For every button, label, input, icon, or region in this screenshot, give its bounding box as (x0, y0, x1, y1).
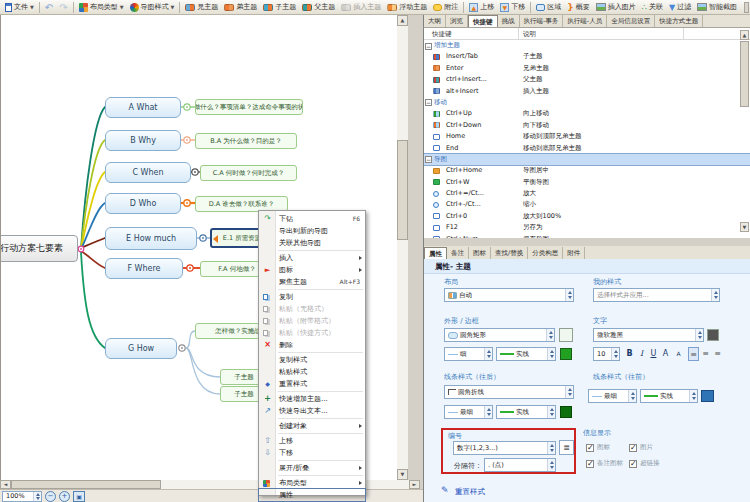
shortcut-row[interactable]: alt+Insert插入主题 (424, 86, 750, 97)
border-weight-combo[interactable]: 细 (444, 347, 493, 361)
tab-attachments[interactable]: 附件 (563, 247, 585, 259)
menu-item-delete[interactable]: ×删除 (259, 339, 365, 351)
layout-combo[interactable]: 自动 (444, 288, 574, 302)
checkbox-checked-icon[interactable] (586, 444, 594, 452)
menu-item-icons[interactable]: ►图标 (259, 264, 365, 276)
file-button[interactable]: 文件▼ (2, 1, 37, 14)
canvas-scroll-left-button[interactable]: ◄ (0, 480, 11, 489)
topic-d-who[interactable]: D Who (105, 193, 181, 214)
shortcut-group-move[interactable]: −移动 (424, 97, 750, 108)
checkbox-checked-icon[interactable] (586, 460, 594, 468)
bold-button[interactable]: B (624, 347, 635, 361)
align-left-button[interactable]: ≡ (688, 347, 699, 361)
shortcut-group-map-selected[interactable]: −导图 (424, 154, 750, 165)
menu-item-properties[interactable]: 属性 (259, 489, 365, 501)
map-style-button[interactable]: 导图样式▼ (127, 1, 178, 14)
font-size-spinner[interactable]: 10 (593, 347, 620, 361)
font-color-swatch[interactable] (707, 329, 719, 341)
tab-icons[interactable]: 图标 (469, 247, 491, 259)
redo-button[interactable]: ↷ (56, 1, 70, 14)
menu-item-paste-plain[interactable]: 粘贴（无格式） (259, 303, 365, 315)
shape-fill-swatch[interactable] (559, 328, 573, 342)
menu-item-paste-shortcut[interactable]: 粘贴（快捷方式） (259, 327, 365, 339)
check-note-icon[interactable]: 备注图标 (586, 459, 623, 468)
increase-font-button[interactable]: A (660, 347, 671, 361)
spin-down-icon[interactable] (36, 497, 40, 500)
floating-topic-button[interactable]: 浮动主题 (384, 1, 430, 14)
shortcut-row[interactable]: Insert/Tab子主题 (424, 51, 750, 62)
menu-item-paste-style[interactable]: 粘贴样式 (259, 366, 365, 378)
child-topic-button[interactable]: 子主题 (260, 1, 299, 14)
line-before-weight-combo[interactable]: 最细 (588, 389, 637, 403)
move-up-button[interactable]: ▲上移 (466, 1, 497, 14)
decrease-font-button[interactable]: A (673, 347, 684, 361)
tab-execution-tasks[interactable]: 执行端-事务 (520, 15, 564, 27)
shortcut-row[interactable]: Home移动到顶部兄弟主题 (424, 131, 750, 142)
numbering-options-button[interactable]: ≣ (559, 440, 574, 455)
tab-shortcut-topics[interactable]: 快捷方式主题 (655, 15, 703, 27)
tab-outline[interactable]: 大纲 (424, 15, 446, 27)
collapse-icon[interactable]: − (425, 156, 432, 163)
canvas-scroll-down-button[interactable]: ▼ (397, 469, 408, 480)
separator-combo[interactable]: . (点) (484, 458, 556, 472)
zoom-out-button[interactable]: − (45, 491, 56, 502)
shortcut-row[interactable]: Ctrl+=/Ct...放大 (424, 188, 750, 199)
insert-topic-button[interactable]: 插入主题 (338, 1, 384, 14)
spin-up-icon[interactable] (36, 493, 40, 496)
parent-topic-button[interactable]: 父主题 (299, 1, 338, 14)
undo-button[interactable]: ↶ (42, 1, 56, 14)
topic-e-how-much[interactable]: E How much (105, 227, 197, 250)
move-down-button[interactable]: ▼下移 (497, 1, 528, 14)
tab-execution-people[interactable]: 执行端-人员 (563, 15, 607, 27)
menu-item-expand-collapse[interactable]: 展开/折叠 (259, 462, 365, 474)
shortcut-row[interactable]: Enter兄弟主题 (424, 63, 750, 74)
numbering-combo[interactable]: 数字(1,2,3...) (453, 441, 556, 455)
menu-item-link-other-map[interactable]: 关联其他导图 (259, 237, 365, 249)
menu-item-reset-style[interactable]: ◆重置样式 (259, 378, 365, 390)
insert-image-button[interactable]: 插入图片 (593, 1, 639, 14)
shortcut-row[interactable]: ctrl+Insert...父主题 (424, 74, 750, 85)
topic-c-when[interactable]: C When (105, 162, 191, 183)
shortcut-row[interactable]: Ctrl+Home导图居中 (424, 165, 750, 176)
italic-button[interactable]: I (636, 347, 647, 361)
align-right-button[interactable]: ≡ (712, 347, 723, 361)
elder-sibling-topic-button[interactable]: 兄主题 (182, 1, 221, 14)
topic-a-what[interactable]: A What (105, 97, 181, 118)
tab-browse[interactable]: 浏览 (446, 15, 468, 27)
shortcut-row[interactable]: F12另存为 (424, 222, 750, 233)
collapse-arrow-icon[interactable] (213, 235, 218, 243)
canvas-horizontal-scroll-thumb[interactable] (11, 480, 161, 489)
underline-button[interactable]: U (648, 347, 659, 361)
list-scroll-down-button[interactable]: ▼ (740, 222, 749, 232)
layout-type-button[interactable]: 布局类型▼ (76, 1, 127, 14)
my-style-combo[interactable]: 选择样式并应用... (593, 288, 720, 302)
shortcut-row[interactable]: Ctrl+-/Ct...缩小 (424, 199, 750, 210)
panel-splitter[interactable] (423, 238, 750, 246)
shortcut-row[interactable]: Ctrl+Up向上移动 (424, 108, 750, 119)
region-button[interactable]: 区域 (533, 1, 564, 14)
column-header-desc[interactable]: 说明 (519, 28, 684, 39)
menu-item-copy-style[interactable]: 复制样式 (259, 354, 365, 366)
zoom-level-combo[interactable]: 100% (2, 491, 42, 502)
shortcut-row[interactable]: End移动到底部兄弟主题 (424, 143, 750, 154)
checkbox-checked-icon[interactable] (629, 444, 637, 452)
menu-item-quick-export-text[interactable]: ↗快速导出文本... (259, 405, 365, 417)
collapse-icon[interactable]: − (425, 99, 432, 106)
list-scroll-up-button[interactable]: ▲ (740, 30, 749, 40)
smart-capture-button[interactable]: 智能截图 (694, 1, 740, 14)
menu-item-create-object[interactable]: 创建对象 (259, 420, 365, 432)
filter-button[interactable]: ▼过滤 (666, 1, 694, 14)
line-before-style-combo[interactable]: 实线 (640, 389, 698, 403)
canvas-vertical-scrollbar[interactable] (397, 26, 408, 469)
menu-item-drill-down[interactable]: ↷下钻F6 (259, 213, 365, 225)
topic-g-how[interactable]: G How (105, 338, 177, 359)
tab-properties[interactable]: 属性 (424, 247, 447, 259)
menu-item-move-down[interactable]: ⇩下移 (259, 447, 365, 459)
check-images[interactable]: 图片 (629, 443, 653, 452)
note-button[interactable]: 附注 (430, 1, 461, 14)
font-combo[interactable]: 微软雅黑 (593, 328, 704, 342)
fit-map-button[interactable]: ▣ (73, 491, 85, 502)
root-topic[interactable]: 行动方案七要素 (0, 235, 78, 262)
menu-item-paste-formatted[interactable]: 粘贴（附带格式） (259, 315, 365, 327)
shortcut-row[interactable]: Ctrl+0放大到100% (424, 211, 750, 222)
